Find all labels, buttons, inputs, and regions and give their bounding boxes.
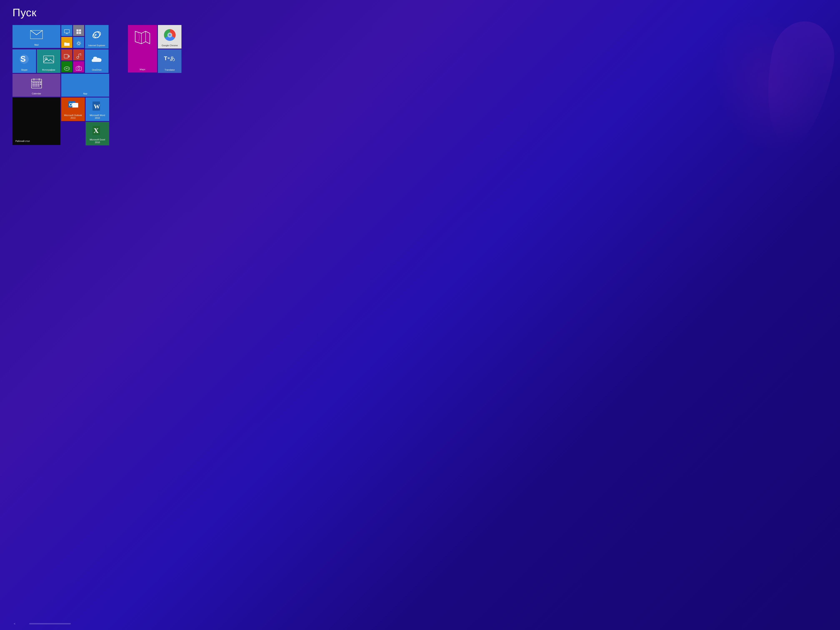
tile-row-1: Mail (13, 25, 109, 49)
svg-point-8 (78, 42, 80, 44)
outlook-label: Microsoft Outlook 2010 (63, 114, 83, 119)
svg-rect-43 (40, 84, 41, 85)
tile-music-small[interactable] (73, 49, 84, 60)
svg-point-26 (67, 68, 68, 68)
svg-rect-38 (40, 82, 41, 83)
svg-rect-17 (64, 54, 68, 58)
ie-icon: e (87, 27, 107, 43)
svg-rect-1 (65, 30, 69, 33)
tile-folder[interactable] (61, 37, 72, 48)
svg-marker-56 (135, 31, 150, 44)
tile-onedrive[interactable]: OneDrive (85, 49, 109, 73)
tile-desktop[interactable]: Рабочий стол (13, 98, 60, 145)
tile-calendar[interactable]: Calendar (13, 74, 60, 97)
mail-label: Mail (35, 44, 38, 46)
word-icon: W (87, 99, 107, 113)
scrollbar-area: < (13, 622, 827, 626)
tiles-container: Mail (13, 25, 827, 620)
tile-ie[interactable]: e Internet Explorer (85, 25, 109, 49)
chrome-icon (159, 27, 180, 43)
scrollbar-track (29, 623, 71, 624)
photos-icon (38, 51, 59, 68)
desktop-label: Рабочий стол (14, 139, 31, 143)
tile-pc[interactable] (61, 25, 72, 36)
svg-text:あ: あ (170, 55, 175, 62)
excel-label: Microsoft Excel 2010 (87, 138, 107, 144)
maps-label: Maps (140, 68, 145, 71)
svg-text:T: T (164, 55, 167, 62)
main-tiles-group: Mail (13, 25, 109, 145)
tile-gray-small[interactable] (73, 25, 84, 36)
right-tiles-group: Maps (128, 25, 182, 73)
svg-text:e: e (95, 32, 97, 37)
tile-outlook[interactable]: O Microsoft Outlook 2010 (61, 98, 85, 121)
translator-icon: T あ (159, 51, 180, 68)
svg-rect-36 (36, 82, 38, 83)
svg-rect-35 (35, 82, 36, 83)
word-label: Microsoft Word 2010 (87, 114, 107, 119)
svg-rect-7 (79, 32, 81, 34)
svg-rect-6 (76, 32, 79, 34)
tile-camera-small[interactable] (73, 61, 84, 72)
svg-point-19 (77, 57, 79, 58)
calendar-label: Calendar (32, 92, 41, 95)
maps-icon (128, 29, 157, 46)
svg-point-29 (78, 68, 80, 70)
svg-point-27 (68, 68, 68, 69)
tile-app[interactable]: App (61, 74, 109, 97)
svg-text:S: S (21, 55, 25, 63)
svg-rect-46 (36, 85, 38, 87)
tile-chrome[interactable]: Google Chrome (158, 25, 182, 49)
svg-rect-42 (38, 84, 39, 85)
outlook-icon: O (63, 99, 83, 113)
small-tiles-group-2 (61, 49, 84, 73)
skype-icon: S (14, 51, 35, 68)
chrome-label: Google Chrome (162, 44, 178, 47)
page-title: Пуск (13, 6, 827, 19)
scroll-left-arrow[interactable]: < (13, 622, 17, 626)
onedrive-label: OneDrive (92, 68, 101, 71)
tile-row-2: S Skype Фотографии (13, 49, 109, 73)
svg-text:W: W (94, 103, 100, 110)
svg-rect-4 (76, 29, 79, 32)
svg-point-64 (169, 34, 171, 36)
svg-marker-18 (68, 54, 69, 58)
svg-line-21 (79, 54, 81, 54)
right-tile-row-1: Maps (128, 25, 182, 73)
tile-translator[interactable]: T あ Translator (158, 49, 182, 73)
svg-rect-39 (33, 84, 34, 85)
svg-text:X: X (93, 127, 99, 134)
svg-point-9 (77, 41, 81, 45)
tile-word[interactable]: W Microsoft Word 2010 (85, 98, 109, 121)
tile-mail[interactable]: Mail (13, 25, 60, 48)
onedrive-icon (87, 51, 107, 68)
tile-skype[interactable]: S Skype (13, 49, 36, 73)
svg-rect-41 (36, 84, 38, 85)
tile-game-small[interactable] (61, 61, 72, 72)
tile-settings-small[interactable] (73, 37, 84, 48)
svg-text:O: O (69, 102, 73, 107)
tile-row-4: Рабочий стол O (13, 98, 109, 145)
tile-maps[interactable]: Maps (128, 25, 157, 73)
svg-rect-34 (33, 82, 34, 83)
calendar-icon (14, 76, 59, 92)
svg-rect-47 (38, 85, 39, 87)
excel-icon: X (87, 123, 107, 137)
app-icon (63, 76, 107, 92)
svg-rect-5 (79, 29, 81, 32)
tile-excel[interactable]: X Microsoft Excel 2010 (85, 122, 109, 145)
tile-video-small[interactable] (61, 49, 72, 60)
translator-label: Translator (164, 68, 175, 71)
mail-icon (14, 27, 59, 43)
tile-row-3: Calendar App (13, 74, 109, 97)
svg-rect-30 (32, 79, 42, 88)
svg-rect-45 (35, 85, 36, 87)
svg-rect-40 (35, 84, 36, 85)
ie-label: Internet Explorer (88, 44, 105, 47)
start-screen: Пуск Mail (0, 0, 840, 630)
skype-label: Skype (21, 68, 27, 71)
tile-photos[interactable]: Фотографии (37, 49, 60, 73)
photos-label: Фотографии (42, 68, 55, 71)
small-tiles-group (61, 25, 84, 49)
svg-rect-37 (38, 82, 39, 83)
